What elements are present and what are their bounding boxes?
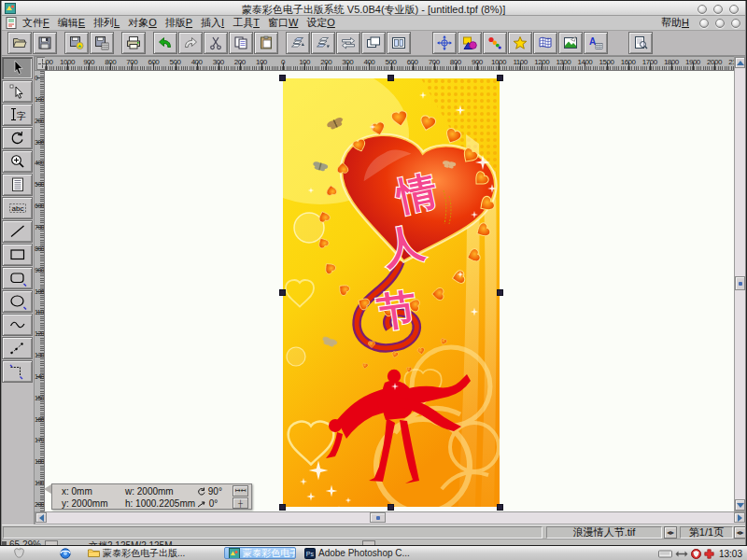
menu-file[interactable]: 文件F [22,16,49,30]
scroll-down-button[interactable] [735,499,745,511]
folder-icon [88,548,100,558]
keyboard-tray-icon[interactable] [658,549,672,558]
statusbar: 浪漫情人节.tif ◂▸ 第1/1页 ◂▸ [0,525,747,539]
copy-button[interactable] [229,32,253,54]
scroll-up-button[interactable] [735,57,745,68]
start-apple-icon[interactable] [13,547,25,559]
select-tool-button[interactable] [2,57,33,79]
save-page-button[interactable] [90,32,114,54]
page-tool-button[interactable] [2,174,33,196]
hruler-tick [369,63,370,70]
paste-button[interactable] [254,32,278,54]
poster-image[interactable]: 情 人 节 [283,78,500,507]
hruler-tick [542,63,543,70]
selection-h: h: 1000.2205mm [125,498,195,509]
selection-handle-s[interactable] [388,504,394,511]
color-blend-button[interactable] [483,32,507,54]
zoom-tool-button[interactable] [2,150,33,173]
cut-button[interactable] [204,32,228,54]
menu-settings[interactable]: 设定O [306,16,335,30]
quicklaunch-browser-icon[interactable] [60,548,71,559]
menu-insert[interactable]: 插入I [201,16,224,30]
scroll-right-button[interactable] [734,512,745,523]
selection-handle-w[interactable] [279,289,286,296]
vruler-tick [36,99,44,100]
shapes-button[interactable] [458,32,482,54]
image-insert-button[interactable] [558,32,583,54]
vertical-scrollbar[interactable] [734,56,746,511]
ellipse-tool-button[interactable] [2,290,33,313]
mesh-warp-button[interactable] [533,32,557,54]
security-shield-tray-icon[interactable] [691,549,701,559]
menu-edit[interactable]: 编辑E [58,16,85,30]
horizontal-scrollbar[interactable] [35,511,746,525]
doc-minimize-button[interactable] [699,19,709,28]
selection-handle-se[interactable] [497,504,503,511]
path-tool-button[interactable] [2,360,33,383]
menu-window[interactable]: 窗口W [268,16,298,30]
open-file-button[interactable] [7,32,32,54]
horizontal-scroll-thumb[interactable] [370,512,386,523]
doc-close-button[interactable] [731,19,740,28]
print-button[interactable] [121,32,146,54]
selection-handle-ne[interactable] [497,75,503,81]
abc-text-tool-button[interactable]: abc [2,197,33,219]
hruler-tick [520,63,521,70]
menu-tools[interactable]: 工具T [233,16,260,30]
taskbar-button-3[interactable]: PsAdobe Photoshop C... [301,547,413,559]
text-tool-button[interactable]: 字 [2,104,33,126]
file-spin-button[interactable]: ◂▸ [664,526,677,539]
selection-w: w: 2000mm [125,486,174,497]
curve-tool-icon [8,316,27,333]
redo-button[interactable] [178,32,203,54]
text-grid-button[interactable]: A [584,32,608,54]
taskbar-button-2[interactable]: 蒙泰彩色电子出版... [224,547,296,559]
curve-tool-button[interactable] [2,314,33,336]
network-tray-icon[interactable] [675,550,688,558]
rotate-tool-button[interactable] [2,127,33,149]
expand-values-button[interactable]: ┼ [233,497,248,509]
menu-layout[interactable]: 排版P [165,16,192,30]
health-cross-tray-icon[interactable] [704,549,714,559]
polyline-tool-button[interactable] [2,337,33,359]
print-preview-button[interactable] [628,32,653,54]
direct-select-tool-button[interactable] [2,80,33,103]
status-page-panel: 第1/1页 [680,526,733,539]
info-panel-collapse-arrow[interactable] [44,484,51,494]
close-button[interactable] [729,5,739,14]
move-button[interactable] [432,32,457,54]
rectangle-tool-button[interactable] [2,244,33,266]
scroll-left-button[interactable] [35,512,47,523]
cascade-button[interactable] [361,32,386,54]
save-button[interactable] [33,32,57,54]
selection-handle-e[interactable] [497,289,503,296]
star-button[interactable] [508,32,532,54]
menu-help[interactable]: 帮助H [661,16,689,30]
selection-handle-sw[interactable] [279,504,286,511]
selection-handle-nw[interactable] [279,75,286,81]
combine-button[interactable] [387,32,411,54]
send-backward-button[interactable] [311,32,335,54]
save-page-icon [94,35,109,50]
selection-handle-n[interactable] [388,75,394,81]
rounded-rect-tool-button[interactable] [2,267,33,289]
photoshop-icon: Ps [304,548,316,559]
page-spin-button[interactable]: ◂▸ [734,526,746,539]
swap-order-button[interactable] [336,32,360,54]
hruler-tick [67,63,68,70]
minimize-button[interactable] [698,5,707,14]
maximize-button[interactable] [713,5,723,14]
menu-arrange[interactable]: 排列L [93,16,120,30]
direct-select-tool-icon [8,83,27,100]
vertical-scroll-thumb[interactable] [735,276,745,290]
hruler-tick [283,63,284,70]
canvas-page[interactable]: 情 人 节 [45,71,734,511]
doc-restore-button[interactable] [715,19,725,28]
bring-forward-button[interactable] [286,32,310,54]
menu-object[interactable]: 对象O [128,16,157,30]
flip-horizontal-button[interactable]: ↦↤ [233,485,248,497]
undo-button[interactable] [153,32,177,54]
export-image-button[interactable] [64,32,89,54]
line-tool-button[interactable] [2,220,33,243]
taskbar-button-1[interactable]: 蒙泰彩色电子出版... [84,547,220,559]
